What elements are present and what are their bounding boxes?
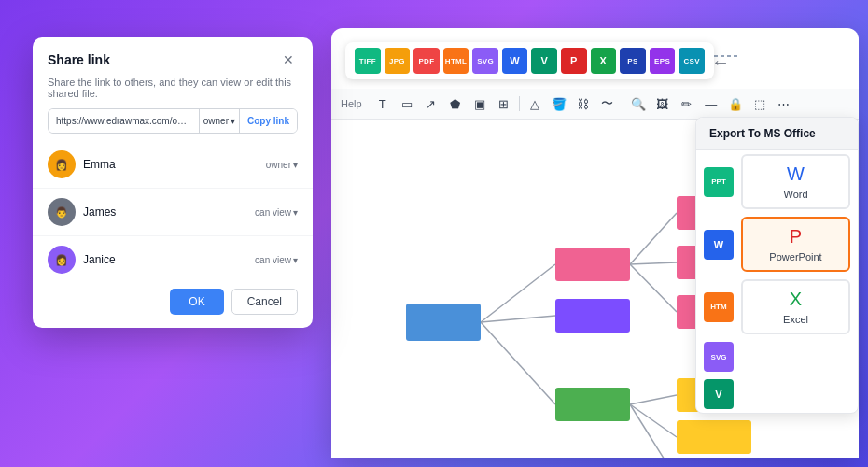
user-name-emma: Emma xyxy=(83,158,116,171)
help-label: Help xyxy=(341,98,362,109)
format-tiff[interactable]: TIFF xyxy=(355,48,381,74)
side-badge-svg[interactable]: SVG xyxy=(704,342,734,372)
format-pdf[interactable]: PDF xyxy=(413,48,440,74)
help-toolbar: Help T ▭ ↗ ⬟ ▣ ⊞ △ 🪣 ⛓ 〜 🔍 🖼 ✏ — 🔒 ⬚ ⋯ xyxy=(331,89,859,120)
copy-link-button[interactable]: Copy link xyxy=(239,109,297,133)
shape-tool[interactable]: ⬟ xyxy=(444,92,467,115)
format-word[interactable]: W xyxy=(502,48,528,74)
arrow-indicator: ← xyxy=(711,51,730,73)
share-link-modal: Share link ✕ Share the link to others, a… xyxy=(33,37,313,328)
excel-label: Excel xyxy=(783,314,808,325)
modal-title: Share link xyxy=(48,52,110,67)
close-button[interactable]: ✕ xyxy=(279,50,298,69)
text-tool[interactable]: T xyxy=(371,92,394,115)
user-role-emma[interactable]: owner ▾ xyxy=(266,160,298,170)
fill-tool[interactable]: 🪣 xyxy=(548,92,570,115)
format-visio[interactable]: V xyxy=(531,48,557,74)
user-row-emma: 👩 Emma owner ▾ xyxy=(33,145,313,184)
export-row-more: SVG xyxy=(696,338,858,375)
lock-tool[interactable]: 🔒 xyxy=(724,92,747,115)
word-icon: W xyxy=(787,163,805,185)
export-panel-title: Export To MS Office xyxy=(696,118,858,150)
word-label: Word xyxy=(783,189,807,200)
avatar-janice: 👩 xyxy=(48,246,76,274)
format-toolbar: TIFF JPG PDF HTML SVG W V P X PS EPS CSV xyxy=(345,42,714,79)
format-svg[interactable]: SVG xyxy=(472,48,498,74)
connector-tool[interactable]: ↗ xyxy=(420,92,442,115)
user-role-james[interactable]: can view ▾ xyxy=(255,207,298,218)
modal-actions: OK Cancel xyxy=(33,279,313,328)
side-badge-ppt[interactable]: PPT xyxy=(704,167,734,197)
chevron-down-icon: ▾ xyxy=(293,255,298,265)
svg-line-6 xyxy=(630,395,677,404)
node-purple[interactable] xyxy=(555,299,630,333)
user-info-emma: 👩 Emma xyxy=(48,150,116,178)
export-panel: Export To MS Office PPT W Word W P Power… xyxy=(695,117,859,414)
side-badge-html[interactable]: HTM xyxy=(704,292,734,322)
svg-line-4 xyxy=(630,262,677,264)
svg-line-1 xyxy=(481,316,555,322)
divider1 xyxy=(33,188,313,189)
svg-line-3 xyxy=(630,213,677,264)
export-row-v: V xyxy=(696,375,858,413)
svg-line-2 xyxy=(481,322,555,404)
sep1 xyxy=(519,96,520,111)
ppt-label: PowerPoint xyxy=(769,251,821,262)
export-row-excel: HTM X Excel xyxy=(696,276,858,338)
export-option-excel[interactable]: X Excel xyxy=(741,279,850,334)
table-tool[interactable]: ⊞ xyxy=(493,92,515,115)
format-eps[interactable]: EPS xyxy=(650,48,676,74)
svg-line-7 xyxy=(630,404,677,437)
container-tool[interactable]: ▣ xyxy=(469,92,491,115)
permission-label: owner xyxy=(203,116,229,126)
node-blue[interactable] xyxy=(406,304,481,341)
link-tool[interactable]: ⛓ xyxy=(572,92,595,115)
format-html[interactable]: HTML xyxy=(443,48,469,74)
cancel-button[interactable]: Cancel xyxy=(231,289,298,315)
node-yellow-r2[interactable] xyxy=(677,420,751,454)
export-panel-body: PPT W Word W P PowerPoint HTM X Excel SV… xyxy=(696,150,858,413)
format-jpg[interactable]: JPG xyxy=(385,48,411,74)
user-row-janice: 👩 Janice can view ▾ xyxy=(33,240,313,279)
user-name-janice: Janice xyxy=(83,253,116,266)
user-role-janice[interactable]: can view ▾ xyxy=(255,255,298,265)
modal-description: Share the link to others, and they can v… xyxy=(33,77,313,108)
avatar-james: 👨 xyxy=(48,198,76,226)
zoom-tool[interactable]: 🔍 xyxy=(627,92,650,115)
user-info-james: 👨 James xyxy=(48,198,116,226)
ok-button[interactable]: OK xyxy=(170,289,223,315)
side-badge-word[interactable]: W xyxy=(704,230,734,260)
side-badge-v[interactable]: V xyxy=(704,379,734,409)
pen-tool[interactable]: ✏ xyxy=(676,92,698,115)
format-ppt[interactable]: P xyxy=(561,48,587,74)
export-option-powerpoint[interactable]: P PowerPoint xyxy=(741,217,850,272)
avatar-emma: 👩 xyxy=(48,150,76,178)
modal-link-row: owner ▾ Copy link xyxy=(48,108,298,134)
sep2 xyxy=(623,96,623,111)
ppt-icon: P xyxy=(790,226,802,248)
user-name-james: James xyxy=(83,205,116,219)
format-ps[interactable]: PS xyxy=(620,48,646,74)
user-row-james: 👨 James can view ▾ xyxy=(33,192,313,232)
chevron-down-icon: ▾ xyxy=(293,160,298,170)
line-tool[interactable]: — xyxy=(700,92,722,115)
rectangle-tool[interactable]: ▭ xyxy=(396,92,418,115)
triangle-tool[interactable]: △ xyxy=(524,92,546,115)
curve-tool[interactable]: 〜 xyxy=(596,92,619,115)
more-tool[interactable]: ⋯ xyxy=(773,92,795,115)
format-csv[interactable]: CSV xyxy=(679,48,705,74)
svg-line-8 xyxy=(630,404,677,458)
link-input[interactable] xyxy=(49,109,199,133)
crop-tool[interactable]: ⬚ xyxy=(749,92,771,115)
format-excel[interactable]: X xyxy=(591,48,617,74)
link-permission[interactable]: owner ▾ xyxy=(199,109,239,133)
chevron-down-icon: ▾ xyxy=(293,207,298,218)
image-tool[interactable]: 🖼 xyxy=(651,92,674,115)
node-green-left[interactable] xyxy=(555,388,630,421)
node-pink-mid[interactable] xyxy=(555,248,630,281)
export-option-word[interactable]: W Word xyxy=(741,154,850,209)
export-row-ppt: W P PowerPoint xyxy=(696,213,858,276)
svg-line-5 xyxy=(630,264,677,312)
excel-icon: X xyxy=(790,289,802,310)
divider2 xyxy=(33,235,313,236)
